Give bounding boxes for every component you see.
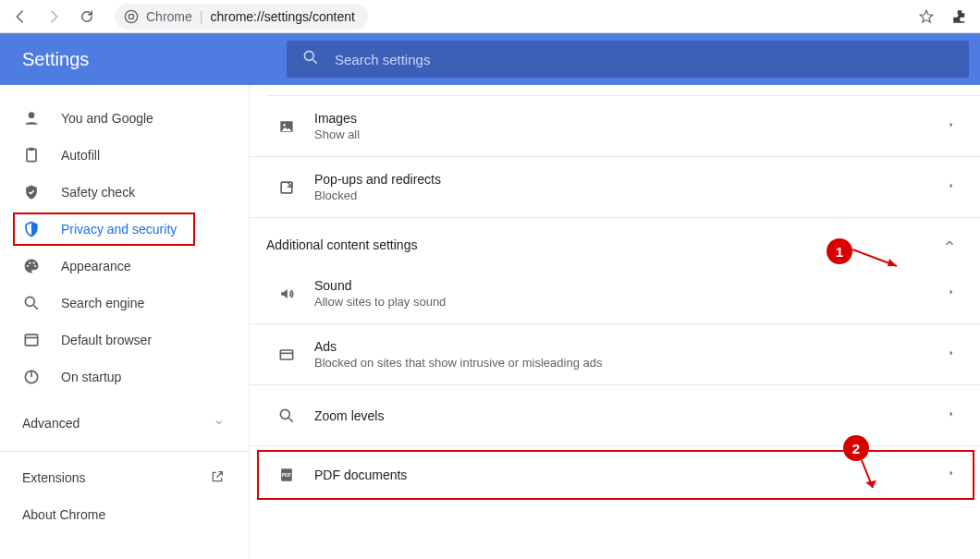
annotation-number: 2	[852, 441, 860, 456]
chevron-down-icon	[214, 416, 225, 431]
setting-row-sound[interactable]: Sound Allow sites to play sound	[250, 263, 980, 324]
clipboard-icon	[22, 146, 41, 164]
sidebar-item-safety-check[interactable]: Safety check	[0, 174, 249, 211]
sidebar-item-label: Autofill	[61, 148, 100, 163]
omnibox-url: chrome://settings/content	[210, 9, 354, 24]
omnibox[interactable]: Chrome | chrome://settings/content	[115, 4, 368, 30]
svg-point-2	[304, 51, 313, 60]
svg-point-11	[25, 297, 34, 306]
pdf-icon: PDF	[266, 466, 307, 484]
settings-title: Settings	[0, 49, 287, 70]
sidebar-extensions-label: Extensions	[22, 470, 85, 485]
person-icon	[22, 109, 41, 128]
extensions-icon[interactable]	[947, 4, 973, 30]
chevron-right-icon	[947, 118, 956, 135]
shield-icon	[22, 220, 41, 238]
svg-point-0	[125, 10, 137, 22]
sidebar-item-you-and-google[interactable]: You and Google	[0, 100, 249, 137]
search-icon	[301, 48, 320, 70]
bookmark-star-icon[interactable]	[913, 4, 939, 30]
svg-rect-13	[25, 334, 37, 346]
svg-line-23	[289, 418, 293, 421]
setting-row-images[interactable]: Images Show all	[250, 96, 980, 157]
partial-cut-row	[266, 85, 980, 96]
svg-point-8	[29, 262, 31, 264]
row-title: PDF documents	[314, 468, 947, 482]
setting-row-zoom[interactable]: Zoom levels	[250, 385, 980, 446]
chevron-right-icon	[947, 467, 956, 483]
chrome-logo-icon	[124, 9, 139, 24]
row-subtitle: Blocked	[314, 188, 947, 202]
chevron-right-icon	[947, 407, 956, 424]
sidebar-item-label: Appearance	[61, 259, 131, 273]
sidebar-item-privacy-and-security[interactable]: Privacy and security	[0, 211, 249, 248]
svg-point-7	[27, 265, 29, 267]
svg-point-9	[32, 262, 34, 264]
browser-toolbar: Chrome | chrome://settings/content	[0, 0, 980, 33]
sidebar-about-link[interactable]: About Chrome	[0, 496, 249, 533]
shield-check-icon	[22, 183, 41, 201]
image-icon	[266, 117, 307, 136]
sound-icon	[266, 285, 307, 303]
browser-window-icon	[22, 331, 41, 349]
sidebar-item-autofill[interactable]: Autofill	[0, 137, 249, 174]
row-title: Pop-ups and redirects	[314, 172, 947, 187]
chevron-right-icon	[947, 346, 956, 363]
reload-button[interactable]	[74, 4, 100, 30]
svg-point-10	[34, 265, 36, 267]
setting-row-ads[interactable]: Ads Blocked on sites that show intrusive…	[250, 324, 980, 385]
svg-rect-5	[27, 149, 36, 161]
content-panel: Images Show all Pop-ups and redirects Bl…	[250, 85, 980, 559]
svg-rect-6	[30, 148, 34, 151]
setting-row-pdf[interactable]: PDF PDF documents	[250, 446, 980, 504]
sidebar-item-label: Default browser	[61, 333, 152, 347]
svg-rect-20	[280, 350, 292, 359]
row-title: Zoom levels	[314, 408, 947, 423]
popup-icon	[266, 178, 307, 197]
annotation-number: 1	[836, 244, 843, 260]
section-header-label: Additional content settings	[266, 237, 417, 252]
search-icon	[22, 294, 41, 312]
sidebar-divider	[0, 451, 249, 452]
sidebar-about-label: About Chrome	[22, 507, 105, 522]
section-header-additional[interactable]: Additional content settings	[250, 218, 980, 263]
row-subtitle: Allow sites to play sound	[314, 295, 947, 309]
back-button[interactable]	[7, 4, 33, 30]
settings-header: Settings	[0, 33, 980, 85]
svg-point-4	[29, 112, 35, 118]
omnibox-divider: |	[200, 9, 203, 24]
search-settings-box[interactable]	[287, 41, 969, 78]
omnibox-app-label: Chrome	[146, 9, 192, 24]
palette-icon	[22, 257, 41, 275]
sidebar-item-default-browser[interactable]: Default browser	[0, 322, 249, 358]
annotation-badge-1: 1	[827, 238, 852, 264]
chevron-up-icon	[943, 237, 956, 252]
sidebar-extensions-link[interactable]: Extensions	[0, 459, 249, 496]
annotation-badge-2: 2	[843, 435, 869, 461]
chevron-right-icon	[947, 286, 956, 302]
power-icon	[22, 368, 41, 386]
ads-icon	[266, 346, 307, 364]
sidebar-item-label: Safety check	[61, 185, 135, 200]
setting-row-popups[interactable]: Pop-ups and redirects Blocked	[250, 157, 980, 218]
settings-sidebar: You and Google Autofill Safety check Pri…	[0, 85, 250, 559]
sidebar-item-appearance[interactable]: Appearance	[0, 248, 249, 285]
open-external-icon	[210, 469, 225, 487]
row-title: Images	[314, 111, 947, 126]
search-settings-input[interactable]	[335, 52, 954, 67]
svg-point-18	[283, 124, 286, 127]
sidebar-item-on-startup[interactable]: On startup	[0, 358, 249, 395]
row-title: Sound	[314, 278, 947, 293]
sidebar-advanced-label: Advanced	[22, 416, 80, 431]
row-title: Ads	[314, 339, 947, 354]
row-subtitle: Show all	[314, 128, 947, 141]
chevron-right-icon	[947, 179, 956, 196]
sidebar-item-label: On startup	[61, 370, 121, 384]
svg-point-1	[129, 14, 133, 18]
zoom-icon	[266, 407, 307, 425]
sidebar-item-search-engine[interactable]: Search engine	[0, 285, 249, 322]
sidebar-item-label: You and Google	[61, 111, 153, 126]
sidebar-advanced-toggle[interactable]: Advanced	[0, 403, 249, 444]
svg-point-22	[280, 409, 289, 419]
forward-button[interactable]	[41, 4, 67, 30]
